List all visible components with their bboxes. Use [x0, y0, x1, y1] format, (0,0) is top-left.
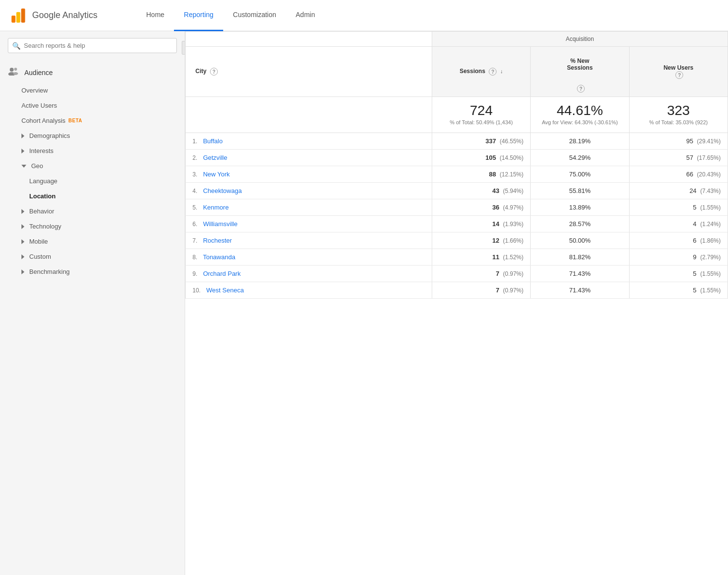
pct-new-value: 50.00%: [569, 237, 591, 244]
sidebar-item-active-users[interactable]: Active Users: [0, 98, 185, 113]
city-cell: 7. Rochester: [186, 232, 432, 249]
new-users-value: 24: [690, 187, 696, 194]
main-nav: Home Reporting Customization Admin: [136, 0, 325, 31]
sidebar: ◀ 🔍 Audience Overview Active Users: [0, 31, 185, 575]
sessions-value: 337: [485, 137, 496, 145]
sessions-pct: (12.15%): [500, 171, 524, 178]
new-users-pct: (17.65%): [697, 154, 721, 161]
city-link[interactable]: West Seneca: [206, 287, 244, 294]
city-link[interactable]: Getzville: [203, 154, 228, 161]
new-users-column-header[interactable]: New Users ?: [629, 47, 728, 97]
table-row: 10. West Seneca 7 (0.97%) 71.43% 5 (1.55…: [186, 282, 728, 298]
svg-rect-1: [17, 12, 20, 22]
summary-new-users-cell: 323 % of Total: 35.03% (922): [629, 97, 728, 133]
city-help-icon[interactable]: ?: [210, 68, 218, 76]
new-users-cell: 5 (1.55%): [629, 265, 728, 282]
audience-icon: [8, 67, 19, 78]
pct-new-value: 71.43%: [569, 270, 591, 277]
svg-rect-2: [21, 8, 25, 22]
city-link[interactable]: Tonawanda: [203, 253, 235, 261]
pct-new-sessions-cell: 55.81%: [531, 182, 629, 199]
sessions-cell: 14 (1.93%): [432, 215, 530, 232]
city-cell: 9. Orchard Park: [186, 265, 432, 282]
new-users-pct: (1.86%): [700, 237, 721, 244]
city-link[interactable]: Kenmore: [203, 204, 229, 211]
pct-new-sessions-help-icon[interactable]: ?: [577, 85, 585, 93]
nav-admin[interactable]: Admin: [286, 0, 325, 31]
sessions-pct: (4.97%): [503, 204, 523, 211]
new-users-help-icon[interactable]: ?: [675, 71, 683, 79]
city-cell: 3. New York: [186, 166, 432, 182]
new-users-pct: (1.55%): [700, 270, 721, 277]
city-cell: 6. Williamsville: [186, 215, 432, 232]
logo-area: Google Analytics: [10, 7, 117, 24]
new-users-cell: 24 (7.43%): [629, 182, 728, 199]
sessions-value: 11: [492, 253, 499, 261]
city-cell: 5. Kenmore: [186, 199, 432, 215]
summary-pct-new-sessions-cell: 44.61% Avg for View: 64.30% (-30.61%): [531, 97, 629, 133]
sessions-help-icon[interactable]: ?: [489, 68, 497, 76]
city-link[interactable]: Rochester: [203, 237, 232, 244]
pct-new-value: 13.89%: [569, 204, 591, 211]
nav-home[interactable]: Home: [136, 0, 174, 31]
sidebar-item-demographics[interactable]: Demographics: [0, 128, 185, 143]
pct-new-value: 28.19%: [569, 137, 591, 145]
sidebar-item-language[interactable]: Language: [0, 173, 185, 189]
new-users-cell: 5 (1.55%): [629, 282, 728, 298]
sidebar-item-cohort-analysis[interactable]: Cohort Analysis BETA: [0, 113, 185, 128]
table-row: 9. Orchard Park 7 (0.97%) 71.43% 5 (1.55…: [186, 265, 728, 282]
table-row: 1. Buffalo 337 (46.55%) 28.19% 95 (29.41…: [186, 133, 728, 149]
sort-arrow-icon: ↓: [500, 68, 503, 74]
summary-row: 724 % of Total: 50.49% (1,434) 44.61% Av…: [186, 97, 728, 133]
table-row: 8. Tonawanda 11 (1.52%) 81.82% 9 (2.79%): [186, 249, 728, 265]
city-link[interactable]: Buffalo: [203, 137, 223, 145]
row-number: 10.: [192, 287, 201, 294]
app-title: Google Analytics: [32, 10, 97, 20]
sessions-column-header[interactable]: Sessions ? ↓: [432, 47, 530, 97]
nav-customization[interactable]: Customization: [223, 0, 286, 31]
city-link[interactable]: Williamsville: [203, 220, 238, 228]
sidebar-item-behavior[interactable]: Behavior: [0, 204, 185, 219]
city-cell: 2. Getzville: [186, 149, 432, 166]
search-input[interactable]: [8, 38, 177, 53]
ga-logo-icon: [10, 7, 27, 24]
nav-reporting[interactable]: Reporting: [174, 0, 223, 31]
svg-rect-0: [12, 16, 16, 22]
sidebar-item-interests[interactable]: Interests: [0, 143, 185, 158]
sessions-value: 105: [485, 154, 496, 161]
sidebar-item-location[interactable]: Location: [0, 189, 185, 204]
table-row: 4. Cheektowaga 43 (5.94%) 55.81% 24 (7.4…: [186, 182, 728, 199]
sidebar-collapse-button[interactable]: ◀: [182, 41, 185, 55]
behavior-label: Behavior: [29, 208, 54, 215]
sidebar-item-technology[interactable]: Technology: [0, 219, 185, 234]
new-users-value: 6: [693, 237, 696, 244]
sessions-value: 7: [496, 270, 499, 277]
sidebar-item-mobile[interactable]: Mobile: [0, 234, 185, 249]
pct-new-sessions-column-header[interactable]: % New Sessions ?: [531, 47, 629, 97]
search-box: 🔍: [8, 38, 177, 53]
row-number: 7.: [192, 237, 197, 244]
city-cell: 8. Tonawanda: [186, 249, 432, 265]
city-link[interactable]: Cheektowaga: [203, 187, 242, 194]
sidebar-item-geo[interactable]: Geo: [0, 158, 185, 173]
new-users-cell: 4 (1.24%): [629, 215, 728, 232]
table-row: 2. Getzville 105 (14.50%) 54.29% 57 (17.…: [186, 149, 728, 166]
sessions-value: 43: [492, 187, 499, 194]
city-link[interactable]: Orchard Park: [203, 270, 241, 277]
city-column-header: City ?: [186, 47, 432, 97]
audience-section-header[interactable]: Audience: [0, 62, 185, 83]
custom-label: Custom: [29, 253, 51, 260]
main-layout: ◀ 🔍 Audience Overview Active Users: [0, 31, 728, 575]
sidebar-item-benchmarking[interactable]: Benchmarking: [0, 264, 185, 279]
row-number: 5.: [192, 204, 197, 211]
sidebar-item-overview[interactable]: Overview: [0, 83, 185, 98]
table-col-header-row: City ? Sessions ? ↓ % New Sessions ?: [186, 47, 728, 97]
city-cell: 10. West Seneca: [186, 282, 432, 298]
sidebar-item-custom[interactable]: Custom: [0, 249, 185, 264]
row-number: 3.: [192, 171, 197, 178]
city-link[interactable]: New York: [203, 171, 230, 178]
svg-point-4: [14, 68, 17, 71]
new-users-value: 4: [693, 220, 696, 228]
pct-new-sessions-cell: 54.29%: [531, 149, 629, 166]
top-navigation: Google Analytics Home Reporting Customiz…: [0, 0, 728, 31]
